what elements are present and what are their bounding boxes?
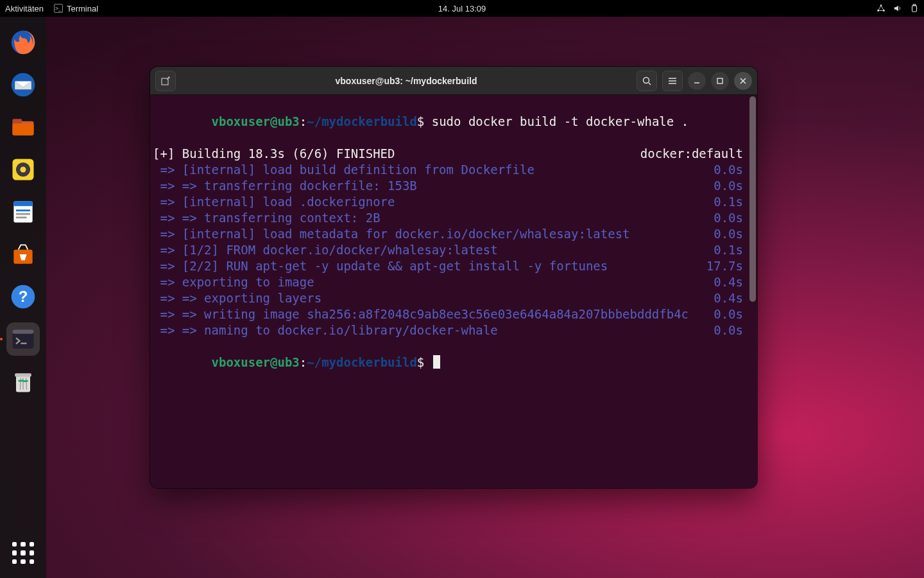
writer-icon	[9, 198, 37, 226]
svg-rect-4	[913, 4, 916, 6]
scrollbar-thumb[interactable]	[749, 96, 756, 302]
build-step: => => writing image sha256:a8f2048c9ab8e…	[153, 306, 752, 322]
svg-rect-28	[717, 78, 723, 83]
terminal-small-icon: >_	[54, 4, 63, 13]
help-icon: ?	[9, 283, 37, 311]
thunderbird-icon	[9, 71, 37, 99]
build-step: => [internal] load metadata for docker.i…	[153, 226, 752, 242]
svg-rect-14	[13, 202, 32, 206]
scrollbar[interactable]	[749, 96, 756, 487]
dock-files[interactable]	[6, 110, 40, 144]
top-panel: Aktivitäten >_ Terminal 14. Jul 13:09	[0, 0, 924, 17]
svg-text:?: ?	[19, 288, 28, 305]
battery-icon[interactable]	[910, 4, 919, 13]
titlebar[interactable]: vboxuser@ub3: ~/mydockerbuild	[150, 67, 757, 95]
activities-button[interactable]: Aktivitäten	[5, 4, 44, 13]
dock-firefox[interactable]	[6, 26, 40, 59]
svg-point-12	[20, 166, 26, 172]
minimize-button[interactable]	[688, 72, 706, 90]
build-step: => [2/2] RUN apt-get -y update && apt-ge…	[153, 258, 752, 274]
svg-rect-9	[13, 124, 34, 136]
network-icon[interactable]	[877, 4, 886, 13]
svg-rect-23	[21, 343, 26, 344]
search-button[interactable]	[637, 71, 657, 91]
prompt-line: vboxuser@ub3:~/mydockerbuild$	[153, 338, 752, 387]
dock-writer[interactable]	[6, 195, 40, 229]
close-icon	[739, 77, 747, 85]
build-step: => => transferring context: 2B0.0s	[153, 210, 752, 226]
build-step: => [1/2] FROM docker.io/docker/whalesay:…	[153, 242, 752, 258]
build-header: [+] Building 18.3s (6/6) FINISHED docker…	[153, 146, 752, 162]
prompt-line: vboxuser@ub3:~/mydockerbuild$ sudo docke…	[153, 98, 752, 146]
build-step: => => exporting layers0.4s	[153, 290, 752, 306]
command-text: sudo docker build -t docker-whale .	[424, 114, 689, 128]
close-button[interactable]	[734, 72, 752, 90]
new-tab-icon	[160, 76, 171, 86]
firefox-icon	[9, 28, 37, 57]
maximize-icon	[716, 77, 724, 85]
volume-icon[interactable]	[893, 4, 902, 13]
menu-button[interactable]	[662, 71, 683, 91]
speaker-icon	[9, 155, 37, 184]
dock-terminal[interactable]	[6, 322, 40, 356]
software-icon	[9, 240, 37, 268]
terminal-viewport[interactable]: vboxuser@ub3:~/mydockerbuild$ sudo docke…	[150, 95, 757, 488]
build-step: => [internal] load .dockerignore0.1s	[153, 194, 752, 210]
svg-point-27	[644, 77, 649, 83]
build-step: => exporting to image0.4s	[153, 274, 752, 290]
terminal-window: vboxuser@ub3: ~/mydockerbuild vboxuser@u…	[150, 67, 757, 488]
svg-rect-3	[912, 6, 917, 12]
svg-rect-16	[16, 213, 30, 215]
minimize-icon	[693, 77, 701, 85]
prompt-path: ~/mydockerbuild	[307, 114, 417, 128]
hamburger-icon	[667, 76, 678, 86]
svg-rect-22	[13, 329, 34, 333]
dock-trash[interactable]	[6, 365, 40, 398]
dock: ?	[0, 17, 46, 578]
terminal-icon	[9, 325, 37, 353]
build-step: => => naming to docker.io/library/docker…	[153, 322, 752, 338]
focused-app-label: Terminal	[67, 4, 98, 13]
build-step: => => transferring dockerfile: 153B0.0s	[153, 178, 752, 194]
prompt-userhost: vboxuser@ub3	[212, 114, 300, 128]
svg-rect-25	[15, 373, 31, 377]
search-icon	[642, 76, 652, 86]
show-applications-button[interactable]	[10, 539, 37, 566]
build-step: => [internal] load build definition from…	[153, 162, 752, 178]
window-title: vboxuser@ub3: ~/mydockerbuild	[181, 76, 631, 86]
files-icon	[9, 113, 37, 141]
dock-rhythmbox[interactable]	[6, 153, 40, 186]
dock-help[interactable]: ?	[6, 280, 40, 313]
trash-icon	[9, 367, 37, 396]
build-steps: => [internal] load build definition from…	[153, 162, 752, 338]
cursor	[433, 355, 440, 369]
new-tab-button[interactable]	[155, 71, 176, 91]
dock-software[interactable]	[6, 238, 40, 271]
dock-thunderbird[interactable]	[6, 68, 40, 101]
clock[interactable]: 14. Jul 13:09	[438, 4, 486, 13]
svg-rect-8	[13, 119, 22, 123]
focused-app-indicator[interactable]: >_ Terminal	[54, 4, 98, 13]
svg-rect-17	[16, 216, 27, 218]
svg-rect-15	[16, 209, 30, 211]
maximize-button[interactable]	[711, 72, 729, 90]
